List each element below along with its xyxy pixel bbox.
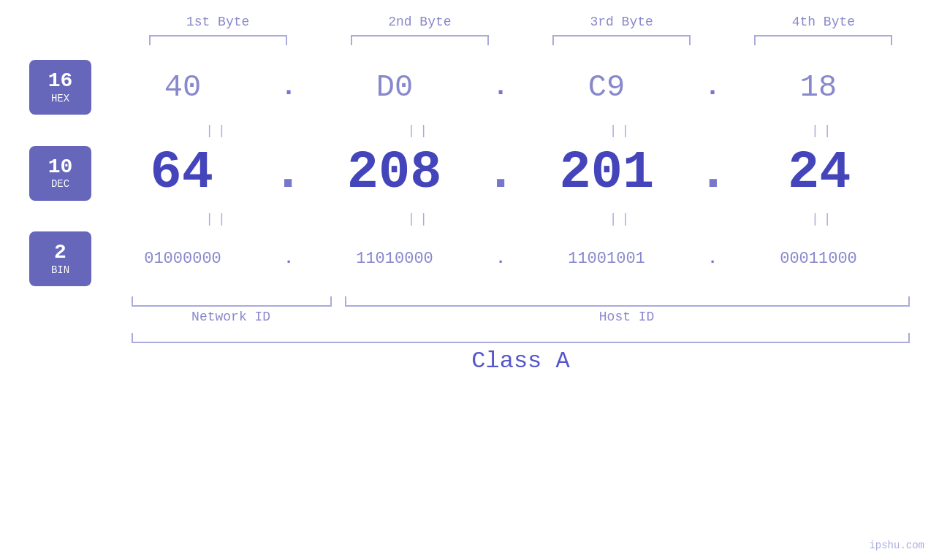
equals-8: ||	[737, 212, 910, 226]
bin-val2: 11010000	[356, 250, 433, 268]
equals-6: ||	[333, 212, 506, 226]
bin-badge: 2 BIN	[29, 231, 91, 286]
equals-2: ||	[333, 123, 506, 138]
bracket-bottom-class	[132, 333, 910, 343]
dec-val3: 201	[560, 143, 655, 203]
dec-dot2: .	[484, 143, 516, 203]
equals-3: ||	[536, 123, 708, 138]
equals-7: ||	[536, 212, 708, 226]
dec-val1: 64	[151, 143, 213, 203]
bracket-top-4	[754, 35, 892, 45]
hex-val1: 40	[164, 70, 201, 105]
bracket-top-3	[552, 35, 691, 45]
network-id-label: Network ID	[132, 310, 330, 324]
bracket-top-2	[351, 35, 489, 45]
dec-dot1: .	[273, 143, 304, 203]
class-label-row: Class A	[132, 348, 910, 375]
dec-val2: 208	[347, 143, 442, 203]
hex-dot1: .	[274, 72, 303, 102]
bin-dot3: .	[698, 250, 727, 268]
equals-5: ||	[132, 212, 304, 226]
byte1-label: 1st Byte	[132, 15, 304, 29]
dec-badge: 10 DEC	[29, 146, 91, 201]
byte2-label: 2nd Byte	[333, 15, 506, 29]
hex-dot3: .	[698, 72, 727, 102]
hex-val4: 18	[800, 70, 837, 105]
bin-val1: 01000000	[144, 250, 221, 268]
equals-4: ||	[737, 123, 910, 138]
bin-dot2: .	[486, 250, 515, 268]
byte3-label: 3rd Byte	[536, 15, 708, 29]
bracket-top-1	[149, 35, 287, 45]
host-id-label: Host ID	[343, 310, 910, 324]
class-label: Class A	[471, 348, 569, 375]
dec-val4: 24	[788, 143, 851, 203]
byte4-label: 4th Byte	[737, 15, 910, 29]
hex-val3: C9	[588, 70, 625, 105]
hex-dot2: .	[486, 72, 515, 102]
hex-val2: D0	[376, 70, 413, 105]
hex-badge: 16 HEX	[29, 60, 91, 115]
bracket-bottom-host	[345, 296, 910, 307]
bin-dot1: .	[274, 250, 303, 268]
bracket-bottom-network	[132, 296, 332, 307]
watermark: ipshu.com	[869, 540, 924, 551]
equals-1: ||	[132, 123, 304, 138]
dec-dot3: .	[697, 143, 729, 203]
bin-val4: 00011000	[780, 250, 857, 268]
bin-val3: 11001001	[568, 250, 645, 268]
